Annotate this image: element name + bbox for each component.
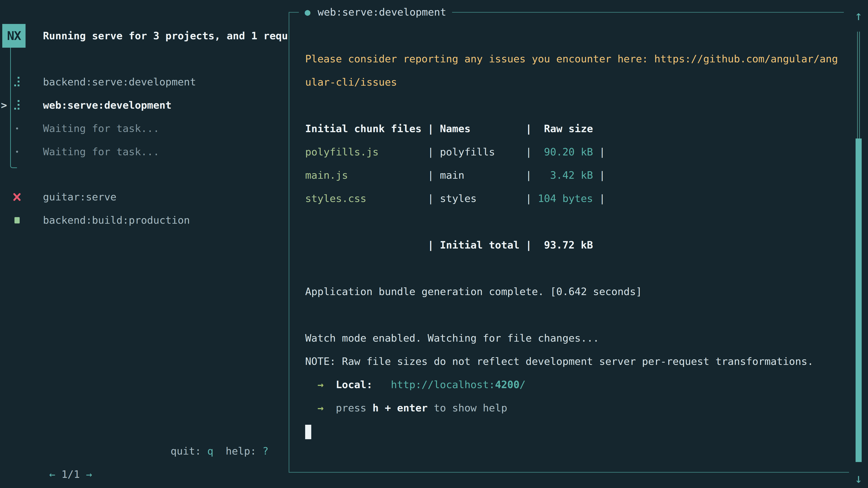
task-row[interactable]: backend:serve:development <box>0 70 289 94</box>
terminal-cursor <box>305 425 311 439</box>
task-sidebar: NX Running serve for 3 projects, and 1 r… <box>0 0 289 488</box>
terminal-line <box>305 94 838 117</box>
terminal-line: NOTE: Raw file sizes do not reflect deve… <box>305 350 838 373</box>
page-indicator: 1/1 <box>55 468 86 480</box>
spinner-icon <box>12 94 22 117</box>
terminal-line: ular-cli/issues <box>305 70 838 94</box>
task-row[interactable]: Waiting for task... <box>0 140 289 163</box>
task-label: Waiting for task... <box>43 117 159 140</box>
terminal-text: polyfills.js <box>305 146 379 158</box>
hotkey-label: help: <box>213 445 262 457</box>
terminal-text <box>373 379 391 391</box>
nx-logo: NX <box>2 24 26 48</box>
terminal-line: Application bundle generation complete. … <box>305 280 838 303</box>
selection-caret-icon: > <box>1 94 7 117</box>
terminal-text <box>323 402 336 414</box>
terminal-text: | Initial total | 93.72 kB <box>305 239 593 251</box>
terminal-text: NOTE: Raw file sizes do not reflect deve… <box>305 355 813 367</box>
terminal-text: | styles | <box>366 193 538 204</box>
terminal-text: Please consider reporting any issues you… <box>305 53 838 65</box>
terminal-line: styles.css | styles | 104 bytes | <box>305 187 838 210</box>
success-square-icon <box>12 208 22 232</box>
scroll-down-icon[interactable]: ↓ <box>849 468 868 488</box>
task-label: backend:serve:development <box>43 70 196 94</box>
task-label: backend:build:production <box>43 208 190 232</box>
terminal-text <box>305 379 317 391</box>
panel-title-text: web:serve:development <box>318 1 446 24</box>
terminal-text: Watch mode enabled. Watching for file ch… <box>305 332 599 344</box>
failed-cross-icon <box>12 185 22 208</box>
terminal-line <box>305 257 838 280</box>
terminal-text: 3.42 kB <box>538 169 593 181</box>
terminal-text: → <box>317 402 323 414</box>
terminal-text: to show help <box>428 402 507 414</box>
terminal-text <box>323 379 336 391</box>
prev-page-arrow-icon[interactable]: ← <box>49 468 55 480</box>
task-list: backend:serve:development>web:serve:deve… <box>0 70 289 232</box>
local-url-link[interactable]: 4200 <box>495 379 520 391</box>
terminal-text: | main | <box>348 169 538 181</box>
terminal-text: → <box>317 379 323 391</box>
terminal-text: | <box>593 169 605 181</box>
task-label: web:serve:development <box>43 94 172 117</box>
terminal-text: h + enter <box>373 402 428 414</box>
local-url-link[interactable]: http://localhost: <box>391 379 495 391</box>
terminal-text: 104 bytes <box>538 193 593 204</box>
terminal-line: → Local: http://localhost:4200/ <box>305 373 838 396</box>
terminal-text: 90.20 kB <box>538 146 593 158</box>
sidebar-title: Running serve for 3 projects, and 1 requ <box>43 24 288 48</box>
terminal-text: Application bundle generation complete. … <box>305 286 642 297</box>
terminal-line: polyfills.js | polyfills | 90.20 kB | <box>305 140 838 164</box>
terminal-text: | <box>593 193 605 204</box>
hotkey-key: ? <box>262 445 269 457</box>
panel-title: ● web:serve:development <box>299 1 452 24</box>
terminal-text: main.js <box>305 169 348 181</box>
terminal-line <box>305 210 838 233</box>
task-list-spacer <box>0 163 289 185</box>
local-url-link[interactable]: / <box>520 379 526 391</box>
terminal-text <box>305 402 317 414</box>
scrollbar-thumb[interactable] <box>856 138 862 462</box>
terminal-line: Please consider reporting any issues you… <box>305 47 838 70</box>
running-dot-icon: ● <box>305 1 310 24</box>
terminal-text: | polyfills | <box>379 146 538 158</box>
terminal-line: main.js | main | 3.42 kB | <box>305 164 838 187</box>
hotkey-hints: quit: q help: ? <box>0 440 269 463</box>
spinner-icon <box>12 70 22 94</box>
terminal-text: Initial chunk files | Names | Raw size <box>305 123 593 135</box>
terminal-text: Local: <box>336 379 373 391</box>
task-label: guitar:serve <box>43 185 116 208</box>
terminal-line: | Initial total | 93.72 kB <box>305 233 838 257</box>
terminal-text: styles.css <box>305 193 366 204</box>
hotkey-label: quit: <box>170 445 208 457</box>
task-row[interactable]: guitar:serve <box>0 185 289 208</box>
terminal-line: → press h + enter to show help <box>305 396 838 420</box>
scroll-up-icon[interactable]: ↑ <box>849 6 868 26</box>
terminal-text: press <box>336 402 373 414</box>
terminal-output: Please consider reporting any issues you… <box>305 47 838 443</box>
terminal-line: Initial chunk files | Names | Raw size <box>305 117 838 140</box>
terminal-text: | <box>593 146 605 158</box>
task-row[interactable]: >web:serve:development <box>0 94 289 117</box>
task-row[interactable]: Waiting for task... <box>0 117 289 140</box>
terminal-line: Watch mode enabled. Watching for file ch… <box>305 326 838 350</box>
terminal-line <box>305 420 838 443</box>
waiting-dot-icon <box>12 117 22 140</box>
waiting-dot-icon <box>12 140 22 163</box>
terminal-text: ular-cli/issues <box>305 76 397 88</box>
terminal-line <box>305 303 838 326</box>
next-page-arrow-icon[interactable]: → <box>86 468 92 480</box>
scrollbar-track[interactable] <box>857 32 860 139</box>
hotkey-key: q <box>207 445 213 457</box>
task-row[interactable]: backend:build:production <box>0 208 289 232</box>
task-label: Waiting for task... <box>43 140 159 163</box>
